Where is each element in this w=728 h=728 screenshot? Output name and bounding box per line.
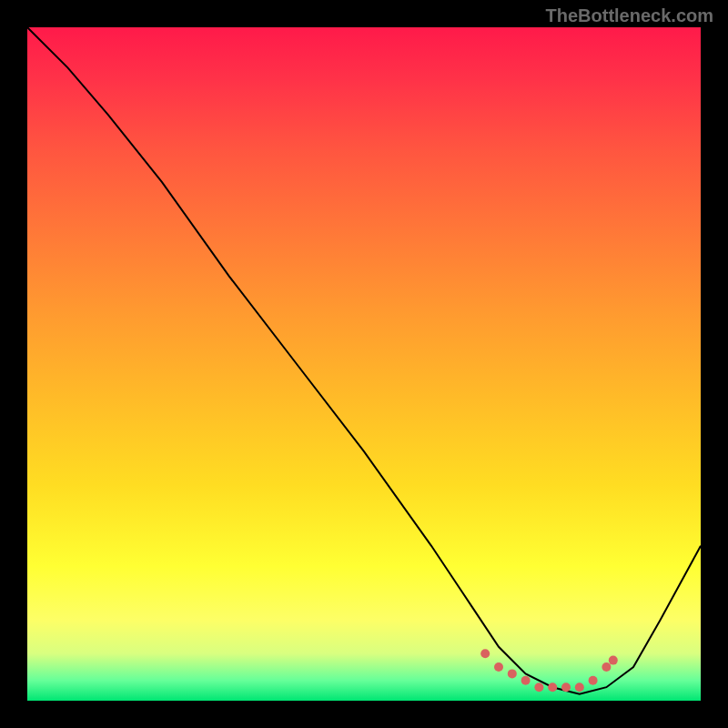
marker-dot [609,656,618,665]
marker-dot [534,682,543,692]
marker-dot [494,662,503,672]
watermark-text: TheBottleneck.com [546,5,713,26]
marker-dot [575,682,584,692]
marker-group [480,649,618,692]
marker-dot [561,682,571,692]
marker-dot [548,682,557,692]
bottleneck-curve-path [27,27,701,694]
marker-dot [589,676,598,685]
marker-dot [508,669,517,678]
marker-dot [521,676,531,685]
marker-dot [602,662,611,672]
plot-area [27,27,701,701]
marker-dot [480,649,490,658]
chart-svg [27,27,701,701]
